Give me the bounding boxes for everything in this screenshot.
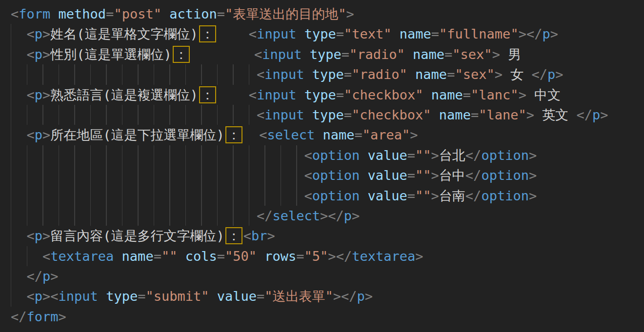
code-line: </select></p> (11, 206, 644, 226)
token-punctuation: < (249, 87, 257, 102)
indent-guides (11, 226, 27, 246)
token-attribute-name: type (304, 26, 336, 41)
code-area[interactable]: <form method="post" action="表單送出的目的地"> <… (0, 0, 644, 332)
token-plain-text (304, 67, 312, 82)
code-line: <option value="">台北</option> (11, 145, 644, 165)
code-line: <p><input type="submit" value="送出表單"></p… (11, 286, 644, 306)
token-plain-text: 留言內容(這是多行文字欄位) (50, 228, 224, 243)
token-plain-text (217, 87, 249, 102)
token-plain-text: 台南 (439, 188, 465, 203)
token-string-value: "" (415, 188, 431, 203)
token-punctuation: > (333, 289, 341, 304)
indent-guides (11, 246, 42, 266)
token-plain-text: 英文 (534, 107, 577, 122)
token-punctuation: > (431, 168, 439, 183)
token-plain-text: 男 (500, 47, 521, 62)
token-punctuation: </ (531, 67, 547, 82)
code-line: <option value="">台中</option> (11, 165, 644, 185)
token-tag-name: p (35, 127, 42, 142)
token-punctuation: > (267, 228, 275, 243)
code-line: </form> (11, 307, 644, 327)
token-tag-name: form (27, 309, 59, 324)
token-punctuation: < (249, 26, 257, 41)
token-tag-name: p (592, 107, 600, 122)
token-punctuation: > (529, 148, 537, 163)
token-string-value: "post" (114, 6, 161, 21)
token-punctuation: > (550, 26, 558, 41)
token-tag-name: input (257, 87, 296, 102)
token-punctuation: < (257, 107, 264, 122)
token-tag-name: p (542, 26, 550, 41)
token-tag-name: option (481, 168, 529, 183)
token-tag-name: form (19, 6, 50, 21)
indent-guides (11, 266, 27, 286)
token-punctuation: > (415, 249, 423, 264)
token-string-value: "checkbox" (352, 107, 431, 122)
token-plain-text: 女 (503, 67, 532, 82)
token-plain-text (209, 289, 217, 304)
token-attribute-name: name (122, 249, 154, 264)
token-tag-name: option (312, 168, 360, 183)
token-tag-name: p (42, 269, 50, 284)
token-plain-text (191, 47, 254, 62)
token-punctuation: > (42, 228, 50, 243)
token-string-value: "text" (344, 26, 392, 41)
token-string-value: "lanc" (471, 87, 519, 102)
token-punctuation: > (519, 26, 526, 41)
token-plain-text (407, 67, 415, 82)
token-punctuation: > (328, 249, 336, 264)
indent-guides (11, 64, 257, 84)
code-line: <input type="radio" name="sex"> 女 </p> (11, 64, 644, 84)
indent-guides (11, 206, 257, 226)
token-string-value: "" (161, 249, 178, 264)
token-attribute-name: type (312, 107, 344, 122)
token-punctuation: < (304, 188, 312, 203)
token-punctuation: = (336, 26, 344, 41)
code-line: <p>姓名(這是單格文字欄位)： <input type="text" name… (11, 24, 644, 44)
token-punctuation: = (471, 107, 479, 122)
token-attribute-name: value (217, 289, 257, 304)
token-plain-text (296, 87, 304, 102)
token-plain-text (392, 26, 400, 41)
token-string-value: "fullname" (439, 26, 519, 41)
token-punctuation: = (344, 67, 352, 82)
token-punctuation: = (296, 249, 304, 264)
token-punctuation: = (431, 26, 439, 41)
indent-guides (11, 44, 27, 64)
token-plain-text: 台中 (439, 168, 465, 183)
code-line: <form method="post" action="表單送出的目的地"> (11, 4, 644, 24)
token-punctuation: </ (576, 107, 592, 122)
token-plain-text: 所在地區(這是下拉選單欄位) (50, 127, 224, 142)
token-plain-text (243, 127, 260, 142)
token-punctuation: </ (11, 309, 27, 324)
token-string-value: "" (415, 168, 431, 183)
token-punctuation: = (344, 107, 352, 122)
token-tag-name: p (35, 87, 42, 102)
token-attribute-name: name (431, 87, 463, 102)
token-punctuation: > (600, 107, 608, 122)
token-tag-name: select (272, 208, 320, 223)
token-punctuation: > (526, 107, 534, 122)
token-plain-text (98, 289, 106, 304)
token-punctuation: = (138, 289, 145, 304)
indent-guides (11, 186, 304, 206)
token-attribute-name: method (59, 6, 106, 21)
token-tag-name: textarea (50, 249, 114, 264)
token-plain-text (177, 249, 185, 264)
token-punctuation: </ (465, 188, 482, 203)
unicode-highlight-box: ： (199, 86, 216, 103)
token-plain-text (302, 47, 309, 62)
token-plain-text (304, 107, 312, 122)
code-line: <p>所在地區(這是下拉選單欄位)： <select name="area"> (11, 125, 644, 145)
token-punctuation: </ (341, 289, 357, 304)
token-tag-name: option (312, 148, 360, 163)
token-plain-text (296, 26, 304, 41)
indent-guides (11, 165, 304, 185)
token-plain-text (315, 127, 322, 142)
token-string-value: "submit" (145, 289, 209, 304)
token-string-value: "sex" (455, 67, 494, 82)
token-attribute-name: type (106, 289, 138, 304)
indent-guides (11, 125, 27, 145)
token-tag-name: p (35, 26, 42, 41)
token-tag-name: p (344, 208, 352, 223)
